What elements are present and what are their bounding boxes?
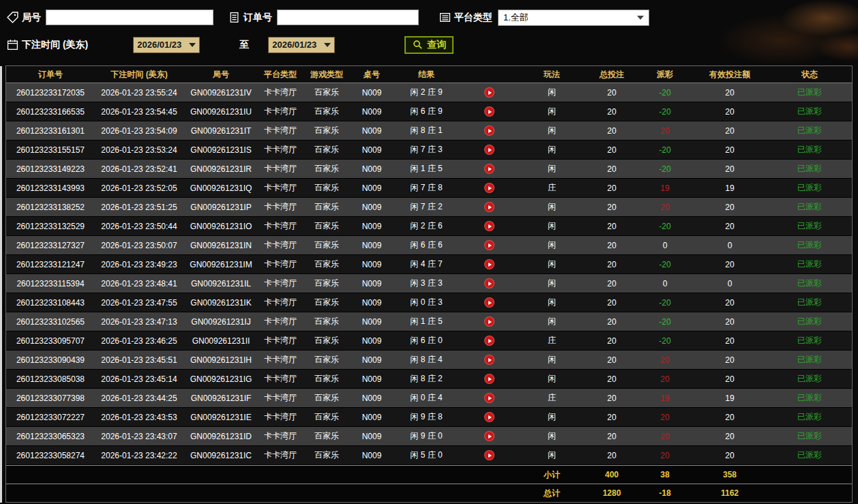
play-video-button[interactable] <box>484 393 494 403</box>
play-video-button[interactable] <box>484 125 494 136</box>
total-bet-cell: 20 <box>586 298 638 308</box>
calendar-icon <box>7 39 18 50</box>
payout-cell: 20 <box>638 355 692 365</box>
play-video-button[interactable] <box>484 183 494 193</box>
platform-cell: 卡卡湾厅 <box>258 411 302 423</box>
play-icon <box>488 167 492 171</box>
valid-bet-cell: 20 <box>692 126 767 136</box>
total-bet-cell: 20 <box>586 126 638 136</box>
result-cell: 闲 8 庄 2 <box>392 373 460 385</box>
game-type-cell: 百家乐 <box>302 449 351 461</box>
game-type-cell: 百家乐 <box>302 430 351 442</box>
date-from-picker[interactable]: 2026/01/23 <box>133 37 200 53</box>
round-id-cell: GN009261231IN <box>183 241 258 250</box>
result-cell: 闲 8 庄 1 <box>392 125 460 136</box>
play-type-cell: 闲 <box>518 239 586 251</box>
table-row: 260123233095707 2026-01-23 23:46:25 GN00… <box>6 331 852 351</box>
play-video-button[interactable] <box>484 259 494 269</box>
play-video-button[interactable] <box>484 374 494 384</box>
platform-cell: 卡卡湾厅 <box>258 449 302 461</box>
order-no-input[interactable] <box>277 10 419 25</box>
payout-cell: -20 <box>638 260 692 269</box>
platform-cell: 卡卡湾厅 <box>258 335 302 346</box>
bet-time-cell: 2026-01-23 23:47:55 <box>95 298 183 308</box>
table-no-cell: N009 <box>351 107 392 117</box>
play-video-button[interactable] <box>484 355 494 365</box>
video-cell <box>460 431 518 442</box>
status-badge: 已派彩 <box>767 163 852 175</box>
payout-cell: -20 <box>638 317 692 327</box>
game-type-cell: 百家乐 <box>302 411 351 423</box>
round-no-filter: 局号 <box>7 10 213 25</box>
table-no-cell: N009 <box>351 203 392 212</box>
result-cell: 闲 7 庄 2 <box>392 201 460 213</box>
play-video-button[interactable] <box>484 106 494 117</box>
valid-bet-cell: 20 <box>692 317 767 327</box>
orders-table: 订单号 下注时间 (美东) 局号 平台类型 游戏类型 桌号 结果 玩法 总投注 … <box>5 65 853 503</box>
round-id-cell: GN009261231IQ <box>183 183 258 193</box>
play-icon <box>488 415 492 419</box>
game-type-cell: 百家乐 <box>302 201 351 213</box>
round-id-cell: GN009261231IV <box>183 88 258 98</box>
game-type-cell: 百家乐 <box>302 163 351 175</box>
bet-time-cell: 2026-01-23 23:55:24 <box>95 88 183 98</box>
game-type-cell: 百家乐 <box>302 278 351 289</box>
play-video-button[interactable] <box>484 412 494 422</box>
play-video-button[interactable] <box>484 450 494 460</box>
status-badge: 已派彩 <box>767 125 852 136</box>
play-icon <box>488 224 492 228</box>
play-video-button[interactable] <box>484 297 494 308</box>
play-video-button[interactable] <box>484 145 494 155</box>
total-bet-cell: 20 <box>586 317 638 327</box>
play-video-button[interactable] <box>484 278 494 288</box>
play-icon <box>488 396 492 400</box>
query-button[interactable]: 查询 <box>404 36 454 54</box>
bet-time-cell: 2026-01-23 23:50:07 <box>95 241 183 250</box>
video-cell <box>460 106 518 117</box>
status-badge: 已派彩 <box>767 144 852 155</box>
game-type-cell: 百家乐 <box>302 392 351 404</box>
play-type-cell: 闲 <box>518 354 586 366</box>
status-badge: 已派彩 <box>767 449 852 461</box>
valid-bet-cell: 20 <box>692 88 767 98</box>
game-type-cell: 百家乐 <box>302 335 351 346</box>
bet-time-cell: 2026-01-23 23:54:45 <box>95 107 183 117</box>
play-video-button[interactable] <box>484 221 494 231</box>
result-cell: 闲 9 庄 8 <box>392 411 460 423</box>
play-video-button[interactable] <box>484 316 494 327</box>
valid-bet-cell: 20 <box>692 298 767 308</box>
order-id-cell: 260123233077398 <box>6 394 95 403</box>
play-type-cell: 闲 <box>518 144 586 155</box>
play-video-button[interactable] <box>484 87 494 98</box>
video-cell <box>460 183 518 194</box>
round-id-cell: GN009261231IS <box>183 145 258 155</box>
result-cell: 闲 8 庄 4 <box>392 354 460 366</box>
total-bet-cell: 20 <box>586 355 638 365</box>
valid-bet-cell: 20 <box>692 203 767 212</box>
result-cell: 闲 3 庄 3 <box>392 278 460 289</box>
payout-cell: -20 <box>638 107 692 117</box>
play-video-button[interactable] <box>484 202 494 212</box>
game-type-cell: 百家乐 <box>302 182 351 194</box>
bet-time-cell: 2026-01-23 23:45:14 <box>95 374 183 384</box>
status-badge: 已派彩 <box>767 297 852 308</box>
play-video-button[interactable] <box>484 431 494 441</box>
play-video-button[interactable] <box>484 164 494 174</box>
query-button-label: 查询 <box>427 39 446 51</box>
order-id-cell: 260123233155157 <box>6 145 95 155</box>
bet-time-cell: 2026-01-23 23:53:24 <box>95 145 183 155</box>
platform-type-select[interactable]: 1.全部 <box>498 10 649 26</box>
play-type-cell: 闲 <box>518 106 586 117</box>
bet-time-cell: 2026-01-23 23:51:25 <box>95 203 183 212</box>
video-cell <box>460 355 518 366</box>
date-to-picker[interactable]: 2026/01/23 <box>268 37 335 53</box>
status-badge: 已派彩 <box>767 335 852 346</box>
video-cell <box>460 145 518 155</box>
total-bet-cell: 20 <box>586 279 638 288</box>
valid-bet-cell: 20 <box>692 413 767 422</box>
play-video-button[interactable] <box>484 240 494 250</box>
order-id-cell: 260123233072227 <box>6 413 95 422</box>
round-no-input[interactable] <box>46 10 213 25</box>
play-type-cell: 闲 <box>518 220 586 232</box>
play-video-button[interactable] <box>484 336 494 346</box>
